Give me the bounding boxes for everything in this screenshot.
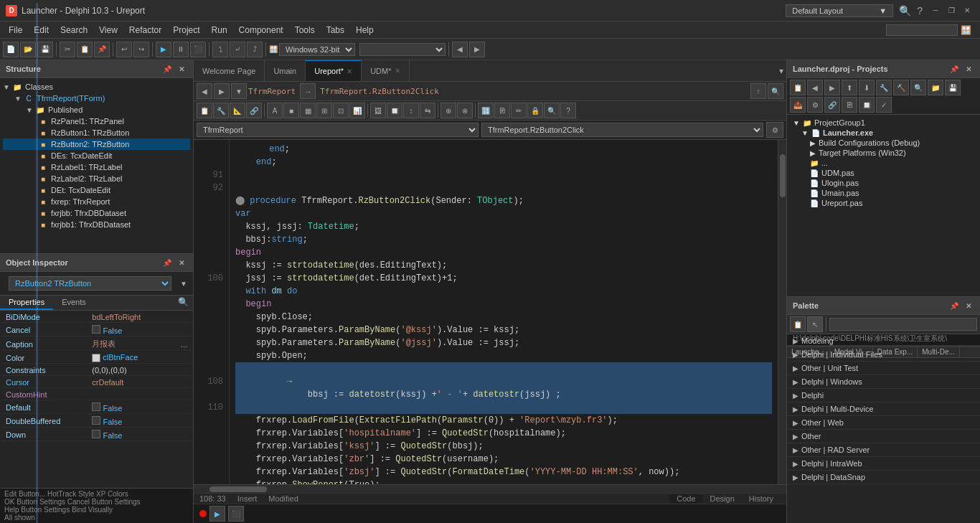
debug-stop-btn[interactable]: ⬛ bbox=[228, 506, 244, 522]
search-btn[interactable]: ↑ bbox=[750, 83, 766, 99]
palette-section-header-other-web[interactable]: ▶ Other | Web bbox=[787, 416, 980, 429]
proj-tb15[interactable]: 🔲 bbox=[859, 97, 875, 113]
menu-component[interactable]: Component bbox=[233, 24, 289, 37]
ureport-tb15[interactable]: ⊕ bbox=[440, 103, 456, 118]
proj-tb6[interactable]: 🔧 bbox=[876, 80, 892, 95]
debug-run-btn[interactable]: ▶ bbox=[209, 506, 225, 522]
oi-search-icon[interactable]: 🔍 bbox=[174, 296, 193, 310]
step-out-button[interactable]: ⤴ bbox=[247, 42, 263, 57]
ureport-tb8[interactable]: ⊞ bbox=[316, 103, 332, 118]
search-btn2[interactable]: 🔍 bbox=[768, 83, 783, 99]
ureport-tb7[interactable]: ▦ bbox=[300, 103, 316, 118]
proj-tb5[interactable]: ⬇ bbox=[859, 80, 875, 95]
proj-tb11[interactable]: 📤 bbox=[790, 97, 806, 113]
back-button[interactable]: ◀ bbox=[452, 42, 468, 57]
tree-item-classes[interactable]: ▼ 📁 Classes bbox=[3, 81, 190, 93]
proj-tb14[interactable]: 🖹 bbox=[842, 97, 857, 113]
config-dropdown[interactable] bbox=[359, 43, 446, 56]
design-view-button[interactable]: Design bbox=[703, 494, 742, 503]
proj-item-ureport[interactable]: 📄 Ureport.pas bbox=[790, 198, 977, 208]
stop-button[interactable]: ⬛ bbox=[190, 42, 206, 57]
palette-pin-button[interactable]: 📌 bbox=[948, 300, 960, 311]
tree-item-fxrjbb[interactable]: ■ fxrjbb: TfrxDBDataset bbox=[3, 207, 190, 219]
ureport-tb14[interactable]: ⇆ bbox=[420, 103, 435, 118]
palette-cursor-btn[interactable]: ↖ bbox=[807, 316, 823, 332]
tree-item-des[interactable]: ■ DEs: TcxDateEdit bbox=[3, 150, 190, 161]
tree-item-rzlabel2[interactable]: ■ RzLabel2: TRzLabel bbox=[3, 173, 190, 184]
ureport-tb4[interactable]: 🔗 bbox=[246, 103, 262, 118]
palette-section-header-rad[interactable]: ▶ Other | RAD Server bbox=[787, 443, 980, 456]
proj-item-build-config[interactable]: ▶ Build Configurations (Debug) bbox=[790, 138, 977, 148]
undo-button[interactable]: ↩ bbox=[116, 42, 132, 57]
history-view-button[interactable]: History bbox=[742, 494, 781, 503]
layout-selector[interactable]: Default Layout ▼ bbox=[786, 4, 893, 17]
tree-item-rzbutton2[interactable]: ■ RzButton2: TRzButton bbox=[3, 138, 190, 150]
paste-button[interactable]: 📌 bbox=[94, 42, 110, 57]
palette-show-all-btn[interactable]: 📋 bbox=[790, 316, 806, 332]
scrollbar-thumb-h[interactable] bbox=[209, 486, 267, 492]
doublebuffered-checkbox[interactable] bbox=[92, 416, 100, 425]
scrollbar-thumb[interactable] bbox=[780, 154, 786, 197]
proj-tb1[interactable]: 📋 bbox=[790, 80, 806, 95]
ureport-back-btn[interactable]: ◀ bbox=[197, 83, 212, 99]
tree-toggle-classes[interactable]: ▼ bbox=[3, 83, 11, 91]
palette-section-header-other[interactable]: ▶ Other bbox=[787, 430, 980, 443]
step-over-button[interactable]: ⤵ bbox=[212, 42, 228, 57]
new-button[interactable]: 📄 bbox=[3, 42, 19, 57]
main-search-input[interactable] bbox=[886, 24, 958, 36]
ureport-nav-arrow[interactable]: → bbox=[300, 83, 316, 99]
method-nav-dropdown[interactable]: TfrmReport.RzButton2Click bbox=[481, 123, 763, 137]
proj-item-target-platforms[interactable]: ▶ Target Platforms (Win32) bbox=[790, 148, 977, 158]
redo-button[interactable]: ↪ bbox=[133, 42, 149, 57]
close-button[interactable]: ✕ bbox=[960, 4, 974, 18]
proj-item-udm[interactable]: 📄 UDM.pas bbox=[790, 168, 977, 178]
proj-tb13[interactable]: 🔗 bbox=[824, 97, 840, 113]
ureport-tb21[interactable]: 🔍 bbox=[544, 103, 560, 118]
projects-close-button[interactable]: ✕ bbox=[963, 63, 974, 75]
tree-item-published[interactable]: ▼ 📁 Published bbox=[3, 104, 190, 116]
tab-ureport-close[interactable]: ✕ bbox=[347, 67, 352, 75]
nav-toggle-btn[interactable]: ⚙ bbox=[766, 122, 783, 138]
proj-item-dots[interactable]: 📁 ... bbox=[790, 158, 977, 168]
tree-item-fxrjbb1[interactable]: ■ fxrjbb1: TfrxDBDataset bbox=[3, 219, 190, 230]
proj-tb10[interactable]: 💾 bbox=[945, 80, 961, 95]
tab-properties[interactable]: Properties bbox=[0, 296, 53, 310]
ureport-tb6[interactable]: ■ bbox=[283, 103, 299, 118]
code-content[interactable]: end; end; ⬤ procedure TfrmReport.RzButto… bbox=[230, 140, 778, 484]
menu-tabs[interactable]: Tabs bbox=[321, 24, 350, 37]
structure-close-button[interactable]: ✕ bbox=[176, 63, 187, 75]
proj-item-projectgroup1[interactable]: ▼ 📁 ProjectGroup1 bbox=[790, 118, 977, 128]
ureport-tb3[interactable]: 📐 bbox=[230, 103, 245, 118]
tab-overflow-button[interactable]: ▾ bbox=[776, 63, 786, 79]
tab-udm[interactable]: UDM* ✕ bbox=[362, 60, 409, 81]
palette-section-header-delphi-windows[interactable]: ▶ Delphi | Windows bbox=[787, 375, 980, 388]
palette-section-header-delphi-individual[interactable]: ▶ Delphi | Individual Files bbox=[787, 348, 980, 361]
proj-tb2[interactable]: ◀ bbox=[807, 80, 823, 95]
proj-item-launcher[interactable]: ▼ 📄 Launcher.exe bbox=[790, 128, 977, 138]
palette-close-button[interactable]: ✕ bbox=[963, 300, 974, 311]
ureport-tb18[interactable]: 🖹 bbox=[494, 103, 510, 118]
copy-button[interactable]: 📋 bbox=[77, 42, 93, 57]
class-nav-dropdown[interactable]: TfrmReport bbox=[197, 123, 479, 137]
code-view-button[interactable]: Code bbox=[669, 494, 702, 503]
cut-button[interactable]: ✂ bbox=[60, 42, 75, 57]
menu-refactor[interactable]: Refactor bbox=[123, 24, 167, 37]
vertical-scrollbar[interactable] bbox=[778, 140, 786, 484]
tree-item-rzpanel[interactable]: ■ RzPanel1: TRzPanel bbox=[3, 116, 190, 127]
proj-item-ulogin[interactable]: 📄 Ulogin.pas bbox=[790, 178, 977, 188]
step-into-button[interactable]: ⤶ bbox=[230, 42, 245, 57]
breakpoint-indicator[interactable] bbox=[199, 510, 207, 517]
proj-tb3[interactable]: ▶ bbox=[824, 80, 840, 95]
menu-run[interactable]: Run bbox=[206, 24, 233, 37]
tree-item-tfrm[interactable]: ▼ C TfrmReport(TForm) bbox=[3, 93, 190, 104]
default-checkbox[interactable] bbox=[92, 402, 100, 411]
proj-tb8[interactable]: 🔍 bbox=[910, 80, 926, 95]
tree-item-fxrep[interactable]: ■ fxrep: TfrxReport bbox=[3, 196, 190, 207]
proj-tb4[interactable]: ⬆ bbox=[842, 80, 857, 95]
tree-toggle-tfrm[interactable]: ▼ bbox=[14, 95, 23, 103]
restore-button[interactable]: ❐ bbox=[944, 4, 958, 18]
tab-ureport[interactable]: Ureport* ✕ bbox=[306, 60, 362, 81]
tree-item-rzbutton1[interactable]: ■ RzButton1: TRzButton bbox=[3, 127, 190, 138]
tab-welcome-page[interactable]: Welcome Page bbox=[194, 60, 265, 81]
menu-file[interactable]: File bbox=[3, 24, 28, 37]
